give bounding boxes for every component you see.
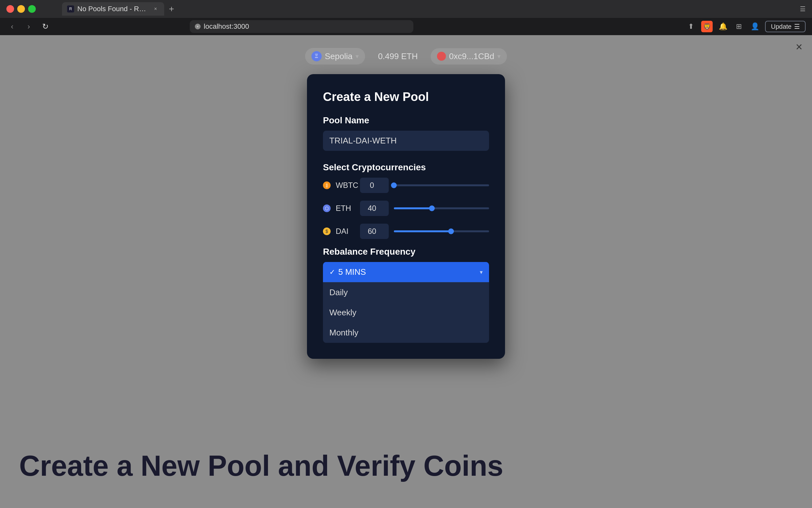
option-monthly[interactable]: Monthly (323, 323, 489, 343)
network-icon: Ξ (311, 51, 322, 61)
dai-label: DAI (336, 227, 355, 236)
eth-slider-fill (394, 207, 432, 209)
wbtc-label: WBTC (336, 181, 355, 190)
wallet-address-selector[interactable]: 0xc9...1CBd ▾ (431, 48, 507, 65)
wallet-address-text: 0xc9...1CBd (449, 51, 494, 61)
page-content: × Ξ Sepolia ▾ 0.499 ETH 0xc9...1CBd ▾ Cr… (0, 35, 812, 508)
dai-slider-fill (394, 230, 451, 232)
wbtc-slider-track (394, 184, 489, 186)
eth-row: ⬡ ETH (323, 201, 489, 216)
window-minimize-button[interactable] (17, 5, 25, 13)
eth-input[interactable] (360, 201, 389, 216)
dai-input[interactable] (360, 224, 389, 239)
network-selector[interactable]: Ξ Sepolia ▾ (305, 48, 365, 65)
eth-balance: 0.499 ETH (378, 51, 417, 61)
header-bar: Ξ Sepolia ▾ 0.499 ETH 0xc9...1CBd ▾ (305, 35, 507, 74)
check-icon: ✓ (329, 268, 335, 277)
browser-tab-active[interactable]: R No Pools Found - Rebalancoo × (62, 2, 164, 16)
create-pool-modal: Create a New Pool Pool Name Select Crypt… (307, 74, 505, 359)
eth-icon: ⬡ (323, 205, 331, 212)
eth-slider-track (394, 207, 489, 209)
dropdown-options-list: Daily Weekly Monthly (323, 282, 489, 343)
page-close-button[interactable]: × (796, 40, 802, 54)
rebalance-label: Rebalance Frequency (323, 247, 489, 257)
close-icon: × (796, 40, 802, 53)
wbtc-row: ₿ WBTC (323, 178, 489, 193)
security-icon: ⚬ (195, 24, 200, 29)
browser-chrome: R No Pools Found - Rebalancoo × + ☰ ‹ › … (0, 0, 812, 35)
toolbar-right: ⬆ 🦁 🔔 ⊞ 👤 Update ☰ (685, 21, 806, 32)
share-icon[interactable]: ⬆ (685, 21, 697, 32)
eth-label: ETH (336, 204, 355, 213)
browser-toolbar: ‹ › ↻ ⚬ localhost:3000 ⬆ 🦁 🔔 ⊞ 👤 Update … (0, 18, 812, 35)
dropdown-arrow-icon: ▾ (480, 269, 483, 276)
window-controls (6, 5, 36, 13)
hamburger-menu-icon[interactable]: ☰ (800, 5, 806, 13)
network-chevron-icon: ▾ (356, 52, 359, 60)
dai-slider-thumb[interactable] (448, 228, 454, 234)
frequency-dropdown[interactable]: ✓ 5 MINS ▾ Daily Weekly Monthly (323, 262, 489, 343)
wbtc-input[interactable] (360, 178, 389, 193)
modal-title: Create a New Pool (323, 90, 489, 104)
brave-shield-icon[interactable]: 🦁 (701, 21, 713, 32)
selected-option-label: 5 MINS (338, 267, 366, 277)
crypto-section-label: Select Cryptocurrencies (323, 162, 489, 173)
address-text: localhost:3000 (204, 23, 249, 31)
wbtc-icon: ₿ (323, 181, 331, 189)
back-button[interactable]: ‹ (6, 21, 18, 32)
notification-icon[interactable]: 🔔 (717, 21, 729, 32)
new-tab-button[interactable]: + (166, 3, 178, 15)
wallet-chevron-icon: ▾ (497, 52, 501, 60)
browser-titlebar: R No Pools Found - Rebalancoo × + ☰ (0, 0, 812, 18)
eth-slider-thumb[interactable] (429, 205, 435, 211)
option-daily[interactable]: Daily (323, 283, 489, 303)
tab-close-button[interactable]: × (152, 5, 159, 12)
dai-row: $ DAI (323, 224, 489, 239)
tab-bar: R No Pools Found - Rebalancoo × + (40, 2, 200, 16)
dropdown-selected-item[interactable]: ✓ 5 MINS ▾ (323, 262, 489, 282)
bottom-heading: Create a New Pool and Verify Coins (19, 450, 503, 482)
rebalance-section: Rebalance Frequency ✓ 5 MINS ▾ Daily Wee… (323, 247, 489, 343)
address-bar[interactable]: ⚬ localhost:3000 (190, 20, 413, 33)
wbtc-slider-thumb[interactable] (391, 182, 397, 188)
profile-icon[interactable]: 👤 (749, 21, 761, 32)
window-close-button[interactable] (6, 5, 14, 13)
network-name: Sepolia (325, 51, 353, 61)
refresh-button[interactable]: ↻ (40, 21, 51, 32)
update-button[interactable]: Update ☰ (765, 21, 806, 32)
extensions-icon[interactable]: ⊞ (733, 21, 745, 32)
window-maximize-button[interactable] (28, 5, 36, 13)
option-weekly[interactable]: Weekly (323, 303, 489, 323)
crypto-section: Select Cryptocurrencies ₿ WBTC ⬡ ETH (323, 162, 489, 239)
pool-name-input[interactable] (323, 131, 489, 151)
tab-title: No Pools Found - Rebalancoo (77, 5, 149, 13)
pool-name-section: Pool Name (323, 115, 489, 162)
tab-favicon: R (67, 5, 74, 12)
wallet-avatar (437, 52, 446, 61)
forward-button[interactable]: › (23, 21, 35, 32)
pool-name-label: Pool Name (323, 115, 489, 126)
dai-slider-track (394, 230, 489, 232)
dai-icon: $ (323, 227, 331, 235)
update-chevron-icon: ☰ (794, 23, 800, 30)
